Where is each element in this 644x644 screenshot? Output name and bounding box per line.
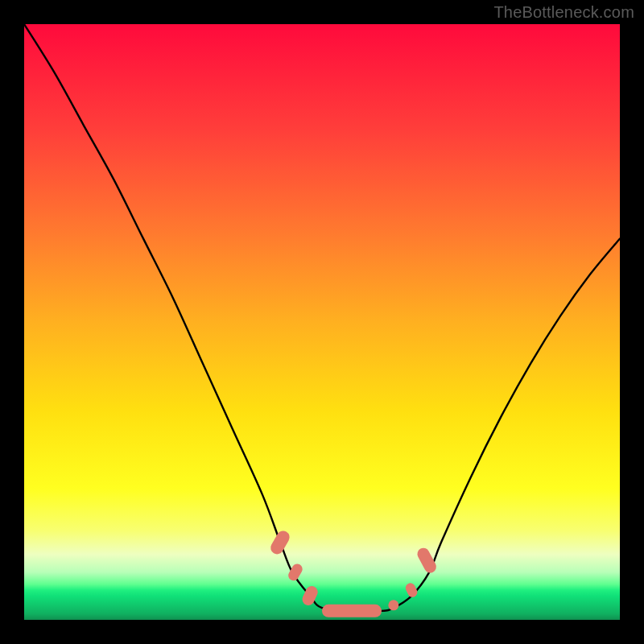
chart-frame: TheBottleneck.com [0, 0, 644, 644]
bottleneck-curve [24, 24, 620, 611]
plot-area [24, 24, 620, 620]
curve-layer [24, 24, 620, 620]
watermark-text: TheBottleneck.com [493, 3, 634, 22]
data-marker [322, 605, 382, 617]
